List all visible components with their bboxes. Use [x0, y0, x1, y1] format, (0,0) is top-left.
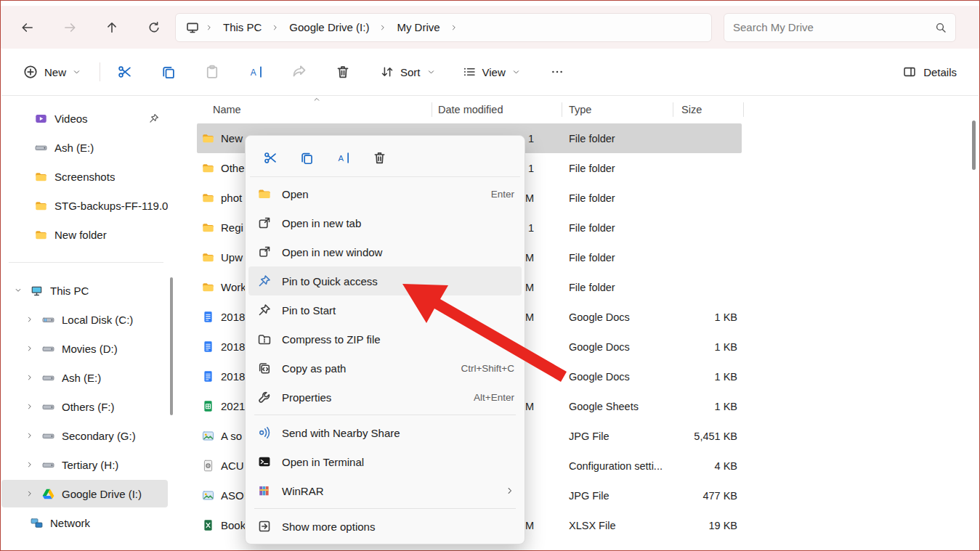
file-name-label: A so: [221, 430, 242, 442]
menu-item-label: Open in new window: [282, 246, 514, 258]
view-button[interactable]: View: [460, 60, 523, 84]
paste-button: [199, 59, 225, 85]
more-options-button[interactable]: [545, 60, 570, 84]
sidebar-item-label: Local Disk (C:): [62, 314, 133, 326]
cut-button[interactable]: [112, 59, 138, 85]
breadcrumb-item-my-drive[interactable]: My Drive: [390, 17, 446, 37]
details-button[interactable]: Details: [899, 60, 961, 84]
rename-button[interactable]: A: [330, 144, 356, 171]
sidebar-item-label: STG-backups-FF-119.0: [54, 200, 168, 212]
nav-buttons: [15, 15, 166, 40]
chevron-down-icon[interactable]: [13, 287, 23, 294]
context-menu-item-show-more-options[interactable]: Show more options: [248, 512, 522, 541]
file-name-label: Book: [221, 519, 246, 531]
context-menu-item-open[interactable]: OpenEnter: [248, 179, 522, 208]
folder-icon: [202, 251, 214, 264]
column-header-name[interactable]: Name: [174, 104, 432, 115]
folder-icon: [202, 162, 214, 174]
file-name-label: 2018: [221, 370, 245, 383]
column-header-size[interactable]: Size: [673, 104, 760, 115]
search-box[interactable]: [724, 13, 956, 42]
column-header-date-modified[interactable]: Date modified: [432, 104, 562, 115]
column-separator[interactable]: [743, 102, 744, 117]
delete-button[interactable]: [366, 144, 392, 171]
copy-button[interactable]: [293, 144, 320, 171]
file-type: File folder: [562, 192, 681, 204]
breadcrumb-item-this-pc[interactable]: This PC: [216, 17, 268, 37]
menu-item-label: Pin to Quick access: [282, 275, 514, 287]
address-bar[interactable]: This PCGoogle Drive (I:)My Drive: [175, 13, 712, 42]
chevron-right-icon[interactable]: [25, 461, 35, 468]
context-menu-item-pin-to-quick-access[interactable]: Pin to Quick access: [248, 266, 522, 295]
sidebar-item-ash-e[interactable]: Ash (E:): [1, 364, 168, 391]
column-separator[interactable]: [562, 102, 562, 117]
sidebar-item-secondary-g[interactable]: Secondary (G:): [1, 422, 168, 449]
sidebar-item-tertiary-h[interactable]: Tertiary (H:): [1, 451, 168, 478]
context-menu-quick-actions: A: [248, 139, 522, 176]
share-button: [286, 59, 312, 85]
chevron-right-icon[interactable]: [25, 403, 35, 410]
sidebar-item-this-pc[interactable]: This PC: [1, 277, 168, 304]
back-arrow-button[interactable]: [15, 15, 40, 40]
delete-button[interactable]: [330, 59, 356, 85]
wrench-icon: [257, 391, 272, 404]
context-menu-item-pin-to-start[interactable]: Pin to Start: [248, 295, 522, 325]
sidebar-item-network[interactable]: Network: [1, 509, 168, 536]
chevron-right-icon[interactable]: [25, 432, 35, 439]
sort-button[interactable]: Sort: [378, 60, 438, 84]
search-input[interactable]: [733, 21, 929, 33]
sidebar-item-stg-backups-ff-119-0[interactable]: STG-backups-FF-119.0: [1, 192, 168, 219]
file-size: 19 KB: [681, 520, 742, 531]
context-menu-item-open-in-new-window[interactable]: Open in new window: [248, 237, 522, 266]
chevron-right-icon[interactable]: [25, 345, 35, 352]
cut-button[interactable]: [257, 144, 283, 171]
sidebar-item-label: Others (F:): [62, 401, 115, 413]
copy-button[interactable]: [155, 59, 182, 85]
sidebar-item-google-drive-i[interactable]: Google Drive (I:): [1, 480, 168, 507]
context-menu-item-properties[interactable]: PropertiesAlt+Enter: [248, 383, 522, 412]
breadcrumb-item-google-drive-i[interactable]: Google Drive (I:): [283, 17, 376, 37]
new-button-label: New: [44, 66, 66, 78]
context-menu-item-compress-to-zip-file[interactable]: Compress to ZIP file: [248, 325, 522, 354]
menu-item-label: Open in Terminal: [282, 456, 514, 468]
chevron-right-icon[interactable]: [25, 490, 35, 497]
sidebar-item-label: Screenshots: [54, 171, 115, 183]
file-name-label: Work: [221, 281, 246, 293]
svg-text:A: A: [338, 154, 344, 163]
context-menu-item-open-in-terminal[interactable]: Open in Terminal: [248, 447, 522, 476]
file-type: File folder: [562, 252, 681, 264]
rename-button[interactable]: A: [243, 59, 269, 85]
sidebar-item-screenshots[interactable]: Screenshots: [1, 163, 168, 190]
plus-circle-icon: [23, 65, 38, 79]
sort-ascending-indicator: [313, 96, 320, 103]
column-separator[interactable]: [673, 102, 673, 117]
new-button[interactable]: New: [19, 59, 85, 85]
sidebar-item-ash-e[interactable]: Ash (E:): [1, 134, 168, 161]
refresh-button[interactable]: [142, 15, 166, 40]
column-separator[interactable]: [432, 102, 432, 117]
svg-text:A: A: [251, 68, 256, 78]
view-button-label: View: [482, 66, 506, 78]
up-arrow-button[interactable]: [100, 15, 124, 40]
sidebar-item-local-disk-c[interactable]: Local Disk (C:): [1, 306, 168, 333]
folder-icon: [35, 171, 47, 183]
sidebar-item-videos[interactable]: Videos: [1, 105, 168, 132]
vertical-scrollbar[interactable]: [972, 121, 976, 170]
column-header-type[interactable]: Type: [562, 104, 673, 115]
file-name-label: 2018: [221, 311, 245, 323]
file-name-label: 2021: [221, 400, 245, 412]
sidebar-item-others-f[interactable]: Others (F:): [1, 393, 168, 420]
menu-item-shortcut: Alt+Enter: [474, 392, 514, 403]
file-type: Google Docs: [562, 311, 681, 323]
context-menu-item-copy-as-path[interactable]: Copy as pathCtrl+Shift+C: [248, 354, 522, 383]
sidebar-item-new-folder[interactable]: New folder: [1, 221, 168, 248]
context-menu-item-winrar[interactable]: WinRAR: [248, 476, 522, 505]
sidebar-scrollbar[interactable]: [170, 277, 173, 415]
chevron-right-icon[interactable]: [25, 316, 35, 323]
context-menu-item-open-in-new-tab[interactable]: Open in new tab: [248, 208, 522, 237]
pin-outline-icon: [257, 303, 272, 317]
chevron-down-icon: [427, 68, 435, 76]
sidebar-item-movies-d[interactable]: Movies (D:): [1, 335, 168, 362]
chevron-right-icon[interactable]: [25, 374, 35, 381]
context-menu-item-send-with-nearby-share[interactable]: Send with Nearby Share: [248, 418, 522, 447]
